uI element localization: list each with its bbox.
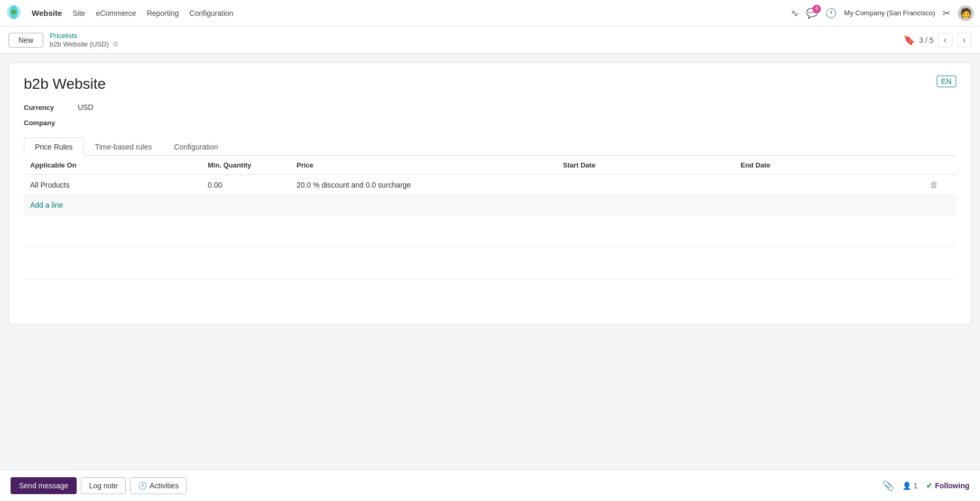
- table-header: Applicable On Min. Quantity Price Start …: [24, 156, 956, 175]
- col-actions: [918, 161, 950, 169]
- following-button[interactable]: ✔ Following: [926, 481, 969, 490]
- col-end-date: End Date: [741, 161, 918, 169]
- chatter-right: 📎 👤 1 ✔ Following: [882, 480, 969, 491]
- nav-configuration[interactable]: Configuration: [189, 9, 233, 17]
- follower-count[interactable]: 👤 1: [902, 481, 918, 490]
- col-applicable-on: Applicable On: [30, 161, 208, 169]
- settings-gear-icon[interactable]: ⚙: [112, 40, 119, 48]
- messages-icon[interactable]: 💬 4: [806, 7, 818, 19]
- col-price: Price: [297, 161, 563, 169]
- nav-reporting[interactable]: Reporting: [147, 9, 179, 17]
- company-field-row: Company: [24, 119, 956, 127]
- cell-min-quantity: 0.00: [208, 181, 297, 189]
- record-title: b2b Website: [24, 76, 106, 92]
- attachment-icon[interactable]: 📎: [882, 480, 894, 491]
- cell-price: 20.0 % discount and 0.0 surcharge: [297, 181, 563, 189]
- table-row[interactable]: All Products 0.00 20.0 % discount and 0.…: [24, 175, 956, 196]
- currency-field-row: Currency USD: [24, 103, 956, 112]
- price-rules-table: Applicable On Min. Quantity Price Start …: [24, 156, 956, 215]
- breadcrumb: Pricelists b2b Website (USD) ⚙: [50, 32, 119, 48]
- action-bar-right: 🔖 3 / 5 ‹ ›: [903, 33, 972, 48]
- clock-icon[interactable]: 🕐: [825, 7, 837, 19]
- record-title-row: b2b Website EN: [24, 76, 956, 92]
- delete-row-icon[interactable]: 🗑: [918, 180, 950, 190]
- record-card: b2b Website EN Currency USD Company Pric…: [8, 62, 972, 324]
- empty-section-1: [24, 215, 956, 247]
- notification-badge: 4: [812, 5, 821, 13]
- navbar: Website Site eCommerce Reporting Configu…: [0, 0, 980, 26]
- activities-clock-icon: 🕐: [138, 481, 147, 490]
- currency-label: Currency: [24, 104, 71, 112]
- apps-icon[interactable]: ∿: [791, 7, 799, 19]
- navbar-right: ∿ 💬 4 🕐 My Company (San Francisco) ✂ 🧑: [791, 5, 974, 21]
- bookmark-icon[interactable]: 🔖: [903, 34, 915, 46]
- prev-button[interactable]: ‹: [938, 33, 953, 48]
- breadcrumb-parent[interactable]: Pricelists: [50, 32, 119, 40]
- nav-site[interactable]: Site: [72, 9, 85, 17]
- nav-ecommerce[interactable]: eCommerce: [96, 9, 136, 17]
- empty-section-3: [24, 280, 956, 311]
- main-content: b2b Website EN Currency USD Company Pric…: [0, 54, 980, 469]
- log-note-button[interactable]: Log note: [81, 477, 126, 494]
- tab-configuration[interactable]: Configuration: [163, 137, 229, 156]
- activities-button[interactable]: 🕐 Activities: [130, 477, 187, 494]
- tab-time-based-rules[interactable]: Time-based rules: [84, 137, 163, 156]
- add-line-button[interactable]: Add a line: [24, 196, 956, 215]
- next-button[interactable]: ›: [957, 33, 972, 48]
- cell-applicable-on: All Products: [30, 181, 208, 189]
- company-label: Company: [24, 119, 71, 127]
- check-icon: ✔: [926, 481, 932, 490]
- pagination-label: 3 / 5: [919, 36, 933, 44]
- send-message-button[interactable]: Send message: [11, 477, 77, 494]
- empty-section-2: [24, 247, 956, 280]
- navbar-links: Site eCommerce Reporting Configuration: [72, 9, 233, 17]
- col-min-quantity: Min. Quantity: [208, 161, 297, 169]
- breadcrumb-current: b2b Website (USD) ⚙: [50, 40, 119, 48]
- company-name: My Company (San Francisco): [844, 9, 935, 17]
- navbar-brand: Website: [32, 8, 62, 17]
- language-badge[interactable]: EN: [937, 76, 956, 87]
- currency-value[interactable]: USD: [78, 103, 94, 112]
- chatter-bar: Send message Log note 🕐 Activities 📎 👤 1…: [0, 469, 980, 501]
- new-button[interactable]: New: [8, 33, 43, 48]
- col-start-date: Start Date: [563, 161, 741, 169]
- tabs-bar: Price Rules Time-based rules Configurati…: [24, 137, 956, 156]
- tools-icon[interactable]: ✂: [942, 7, 950, 19]
- user-avatar[interactable]: 🧑: [958, 5, 974, 21]
- tab-price-rules[interactable]: Price Rules: [24, 137, 84, 156]
- logo-icon: [6, 5, 21, 21]
- svg-point-2: [11, 10, 16, 15]
- follower-icon: 👤: [902, 481, 911, 490]
- action-bar: New Pricelists b2b Website (USD) ⚙ 🔖 3 /…: [0, 26, 980, 54]
